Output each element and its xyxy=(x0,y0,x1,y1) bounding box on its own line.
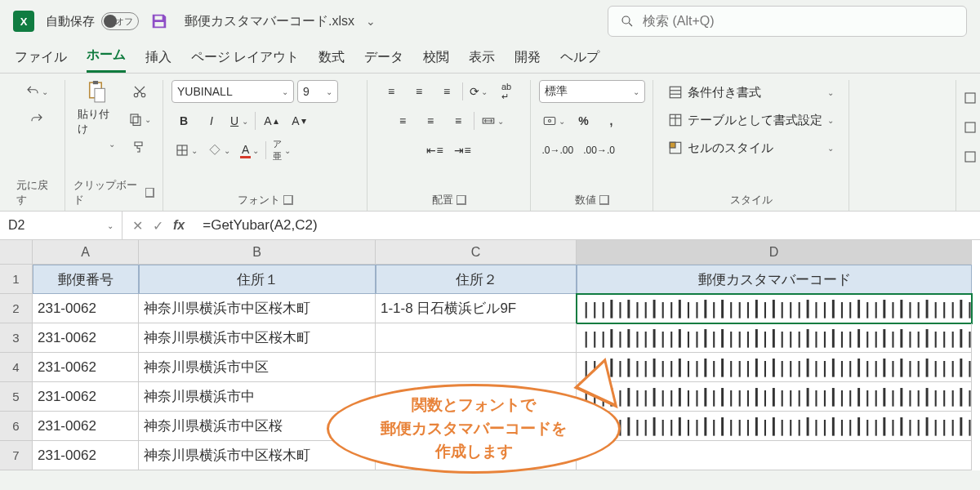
fx-icon[interactable]: fx xyxy=(173,218,185,234)
enter-formula-icon[interactable]: ✓ xyxy=(153,218,163,234)
format-painter-button[interactable] xyxy=(127,136,152,158)
tab-開発[interactable]: 開発 xyxy=(514,49,541,73)
underline-button[interactable]: U⌄ xyxy=(227,109,252,132)
tab-ホーム[interactable]: ホーム xyxy=(87,47,126,73)
currency-button[interactable]: ⌄ xyxy=(539,109,568,132)
borders-button[interactable]: ⌄ xyxy=(172,139,201,162)
number-dialog-launcher[interactable] xyxy=(599,195,609,205)
align-center-button[interactable]: ≡ xyxy=(418,109,443,132)
save-icon[interactable] xyxy=(150,12,168,30)
row-header[interactable]: 1 xyxy=(0,265,33,294)
tab-表示[interactable]: 表示 xyxy=(469,49,495,73)
merge-button[interactable]: ⌄ xyxy=(478,109,507,132)
conditional-format-button[interactable]: 条件付き書式⌄ xyxy=(663,80,839,105)
font-color-button[interactable]: A⌄ xyxy=(237,139,262,162)
wrap-text-button[interactable]: ab↵ xyxy=(494,80,519,103)
cell[interactable]: 231-0062 xyxy=(33,353,139,382)
row-header[interactable]: 3 xyxy=(0,323,33,353)
tab-校閲[interactable]: 校閲 xyxy=(423,49,449,73)
font-name-select[interactable]: YUBINALL⌄ xyxy=(172,80,294,103)
row-header[interactable]: 2 xyxy=(0,294,33,323)
tab-ページ レイアウト[interactable]: ページ レイアウト xyxy=(191,49,299,73)
cell[interactable]: 神奈川県横浜市中 xyxy=(139,382,376,412)
col-header-D[interactable]: D xyxy=(577,240,972,265)
cell[interactable]: |||┃|┃||┃||┃||┃|┃|||┃|┃|||┃||┃||┃||┃|┃||… xyxy=(577,353,972,382)
cell[interactable]: 231-0062 xyxy=(33,294,139,323)
tab-データ[interactable]: データ xyxy=(364,49,403,73)
tab-挿入[interactable]: 挿入 xyxy=(145,49,172,73)
cell[interactable] xyxy=(376,353,577,382)
bold-button[interactable]: B xyxy=(172,109,196,132)
orientation-button[interactable]: ⟳⌄ xyxy=(466,80,491,103)
cell[interactable]: |||┃|┃||┃||┃||┃|┃|||┃|┃|||┃||┃||┃||┃|┃||… xyxy=(577,323,972,353)
cell-styles-button[interactable]: セルのスタイル⌄ xyxy=(663,136,839,160)
cut-button[interactable] xyxy=(127,80,152,103)
overflow-format-button[interactable] xyxy=(958,145,980,168)
increase-indent-button[interactable]: ⇥≡ xyxy=(451,139,475,162)
tab-ファイル[interactable]: ファイル xyxy=(15,49,67,73)
cell[interactable]: 1-1-8 日石横浜ビル9F xyxy=(376,294,577,323)
comma-button[interactable]: , xyxy=(599,109,624,132)
col-header-B[interactable]: B xyxy=(139,240,376,265)
italic-button[interactable]: I xyxy=(199,109,224,132)
overflow-delete-button[interactable] xyxy=(958,116,980,139)
tab-数式[interactable]: 数式 xyxy=(318,49,345,73)
align-right-button[interactable]: ≡ xyxy=(446,109,470,132)
cell[interactable]: |||┃|┃||┃||┃||┃|┃|||┃|┃|||┃||┃||┃||┃|┃||… xyxy=(577,294,972,323)
increase-font-button[interactable]: A▴ xyxy=(259,109,283,132)
formula-bar[interactable]: =GetYubar(A2,C2) xyxy=(194,217,980,234)
header-cell[interactable]: 郵便番号 xyxy=(33,265,139,294)
row-header[interactable]: 4 xyxy=(0,353,33,382)
header-cell[interactable]: 住所２ xyxy=(376,265,577,294)
cell[interactable] xyxy=(376,412,577,441)
align-bottom-button[interactable]: ≡ xyxy=(434,80,459,103)
fill-color-button[interactable]: ⌄ xyxy=(204,139,234,162)
header-cell[interactable]: 住所１ xyxy=(139,265,376,294)
cell[interactable]: |||┃|┃||┃||┃||┃|┃|||┃|┃|||┃||┃||┃||┃|┃||… xyxy=(577,412,972,441)
col-header-A[interactable]: A xyxy=(33,240,139,265)
increase-decimal-button[interactable]: .0→.00 xyxy=(539,139,577,162)
align-middle-button[interactable]: ≡ xyxy=(407,80,431,103)
autosave-toggle[interactable]: オフ xyxy=(101,12,139,30)
row-header[interactable]: 5 xyxy=(0,382,33,412)
decrease-indent-button[interactable]: ⇤≡ xyxy=(423,139,448,162)
font-size-select[interactable]: 9⌄ xyxy=(297,80,338,103)
cell[interactable]: 神奈川県横浜市中区桜木町 xyxy=(139,294,376,323)
cell[interactable]: 231-0062 xyxy=(33,412,139,441)
select-all-corner[interactable] xyxy=(0,240,33,265)
align-left-button[interactable]: ≡ xyxy=(390,109,415,132)
cell[interactable]: 231-0062 xyxy=(33,323,139,353)
cell[interactable]: 神奈川県横浜市中区桜 xyxy=(139,412,376,441)
overflow-insert-button[interactable] xyxy=(958,87,980,109)
paste-button[interactable]: 貼り付け⌄ xyxy=(74,80,118,149)
align-dialog-launcher[interactable] xyxy=(457,195,466,205)
cell[interactable] xyxy=(376,382,577,412)
cancel-formula-icon[interactable]: ✕ xyxy=(132,218,143,234)
cell[interactable]: 神奈川県横浜市中区 xyxy=(139,353,376,382)
undo-button[interactable]: ⌄ xyxy=(22,80,51,103)
number-format-select[interactable]: 標準⌄ xyxy=(539,80,645,103)
tab-ヘルプ[interactable]: ヘルプ xyxy=(560,49,599,73)
cell[interactable]: 231-0062 xyxy=(33,382,139,412)
decrease-font-button[interactable]: A▾ xyxy=(287,109,311,132)
copy-button[interactable]: ⌄ xyxy=(125,108,154,131)
cell[interactable]: |||┃|┃||┃||┃||┃|┃|||┃|┃|||┃||┃||┃||┃|┃||… xyxy=(577,382,972,412)
search-input[interactable]: 検索 (Alt+Q) xyxy=(608,6,967,37)
cell[interactable]: 1-1-8 日石横浜ビル9F xyxy=(376,441,577,470)
cell[interactable] xyxy=(376,323,577,353)
cell[interactable]: 231-0062 xyxy=(33,441,139,470)
name-box[interactable]: D2⌄ xyxy=(0,212,122,239)
filename-chevron-icon[interactable]: ⌄ xyxy=(366,15,376,28)
col-header-C[interactable]: C xyxy=(376,240,577,265)
format-as-table-button[interactable]: テーブルとして書式設定⌄ xyxy=(663,108,839,132)
redo-button[interactable] xyxy=(24,108,49,131)
clipboard-dialog-launcher[interactable] xyxy=(145,188,154,198)
cell[interactable] xyxy=(577,441,972,470)
header-cell[interactable]: 郵便カスタマバーコード xyxy=(577,265,972,294)
font-dialog-launcher[interactable] xyxy=(283,195,293,205)
filename[interactable]: 郵便カスタマバーコード.xlsx xyxy=(185,13,354,30)
decrease-decimal-button[interactable]: .00→.0 xyxy=(580,139,618,162)
row-header[interactable]: 7 xyxy=(0,441,33,470)
cell[interactable]: 神奈川県横浜市中区桜木町 xyxy=(139,441,376,470)
align-top-button[interactable]: ≡ xyxy=(379,80,403,103)
